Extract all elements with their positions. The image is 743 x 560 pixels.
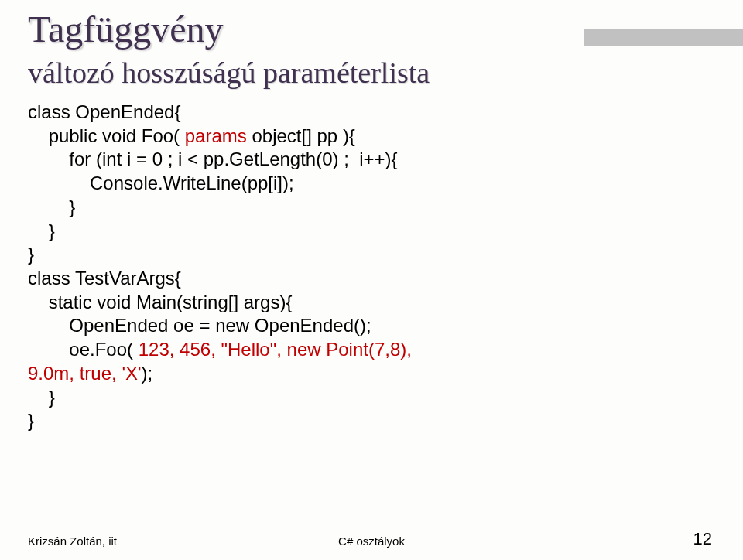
code-line: } xyxy=(28,196,75,217)
code-line: public void Foo( params object[] pp ){ xyxy=(28,125,355,146)
code-line: class TestVarArgs{ xyxy=(28,268,181,289)
slide-title: Tagfüggvény xyxy=(28,8,224,50)
foo-args-part1: 123, 456, "Hello", new Point(7,8), xyxy=(139,339,412,360)
code-line: } xyxy=(28,410,34,431)
code-line: Console.WriteLine(pp[i]); xyxy=(28,172,294,193)
footer-topic: C# osztályok xyxy=(338,534,405,548)
code-block: class OpenEnded{ public void Foo( params… xyxy=(28,101,412,433)
foo-args-part2: 9.0m, true, 'X' xyxy=(28,363,142,384)
code-line: for (int i = 0 ; i < pp.GetLength(0) ; i… xyxy=(28,149,398,169)
code-line: 9.0m, true, 'X'); xyxy=(28,363,152,384)
code-line: } xyxy=(28,387,55,408)
title-shadow-bar xyxy=(584,29,743,46)
code-line: } xyxy=(28,244,34,265)
code-line: oe.Foo( 123, 456, "Hello", new Point(7,8… xyxy=(28,339,412,360)
keyword-params: params xyxy=(185,125,247,146)
page-number: 12 xyxy=(693,529,712,549)
code-line: class OpenEnded{ xyxy=(28,101,180,122)
slide-subtitle: változó hosszúságú paraméterlista xyxy=(28,56,430,90)
footer-author: Krizsán Zoltán, iit xyxy=(28,534,117,548)
code-line: } xyxy=(28,220,55,241)
code-line: static void Main(string[] args){ xyxy=(28,292,292,312)
code-line: OpenEnded oe = new OpenEnded(); xyxy=(28,315,372,336)
